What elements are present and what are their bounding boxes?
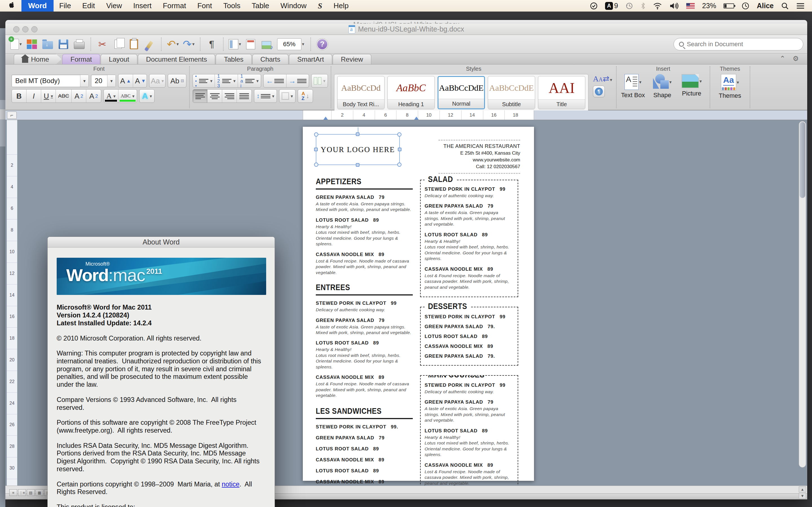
style-card-body-text[interactable]: AaBbCcDd Body Text Ri... [337, 76, 385, 109]
window-titlebar[interactable]: Menu-id9-USLegal-White-bg.docx [5, 24, 807, 35]
selection-handle[interactable] [397, 132, 402, 136]
superscript-button[interactable]: A2 [71, 90, 86, 103]
publishing-view-button[interactable]: ▤ [27, 489, 35, 496]
vertical-scrollbar-thumb[interactable] [800, 122, 805, 198]
notice-link[interactable]: notice [222, 481, 240, 488]
paste-button[interactable] [127, 37, 141, 51]
menu-help[interactable]: Help [328, 0, 354, 11]
vertical-scrollbar[interactable] [799, 121, 806, 467]
bulleted-list-button[interactable]: •••▾ [193, 74, 215, 87]
subscript-button[interactable]: A2 [86, 90, 101, 103]
layout-view-button[interactable]: ▾ [228, 37, 242, 51]
menu-font[interactable]: Font [192, 0, 218, 11]
tab-tables[interactable]: Tables [216, 54, 252, 64]
menu-view[interactable]: View [101, 0, 128, 11]
tasks-checkmark-icon[interactable] [590, 2, 598, 10]
underline-button[interactable]: U▾ [41, 90, 56, 103]
applescript-menu-icon[interactable]: S [312, 0, 328, 11]
borders-button[interactable]: ▾ [280, 90, 295, 103]
cut-button[interactable]: ✂ [96, 37, 109, 51]
tab-format[interactable]: Format [62, 54, 100, 64]
font-size-dropdown-icon[interactable]: ▾ [107, 75, 116, 87]
font-name-dropdown-icon[interactable]: ▾ [80, 75, 89, 87]
selection-handle[interactable] [356, 163, 359, 167]
insert-picture-button[interactable]: ▾ Picture [678, 74, 705, 97]
selection-handle[interactable] [314, 132, 318, 136]
selection-handle[interactable] [314, 148, 318, 151]
align-right-button[interactable] [222, 90, 237, 103]
tab-document-elements[interactable]: Document Elements [138, 54, 215, 64]
numbered-list-button[interactable]: 123▾ [215, 74, 238, 87]
line-spacing-button[interactable]: ↕▾ [254, 90, 276, 103]
bold-button[interactable]: B [12, 90, 27, 103]
highlight-color-button[interactable]: ABC▾ [118, 90, 137, 103]
menu-tools[interactable]: Tools [218, 0, 246, 11]
bluetooth-icon[interactable] [641, 2, 646, 10]
scroll-up-arrow[interactable]: ▲ [799, 487, 806, 492]
spotlight-search-icon[interactable] [781, 2, 789, 10]
tab-review[interactable]: Review [333, 54, 371, 64]
battery-icon[interactable] [723, 3, 734, 8]
document-elements-button[interactable] [244, 37, 257, 51]
media-browser-button[interactable] [260, 37, 273, 51]
undo-button[interactable]: ↶▾ [166, 37, 180, 51]
strikethrough-button[interactable]: ABC [56, 90, 71, 103]
print-button[interactable] [72, 37, 86, 51]
menu-format[interactable]: Format [157, 0, 192, 11]
print-layout-view-button[interactable]: ▦ [36, 489, 43, 496]
align-left-button[interactable] [193, 90, 207, 103]
insert-shape-button[interactable]: ▾ Shape [649, 74, 676, 99]
menu-insert[interactable]: Insert [128, 0, 157, 11]
text-effects-button[interactable]: A▾ [140, 90, 154, 103]
shrink-font-button[interactable]: A▼ [133, 74, 147, 87]
manage-styles-button[interactable]: AA⇄▾ [593, 74, 612, 83]
font-color-button[interactable]: A▾ [104, 90, 118, 103]
menu-file[interactable]: File [54, 0, 77, 11]
show-marks-button[interactable]: ¶ [205, 37, 218, 51]
menu-word[interactable]: Word [21, 0, 54, 11]
change-case-button[interactable]: Aa ▾ [149, 74, 165, 87]
copy-button[interactable] [111, 37, 125, 51]
selection-handle[interactable] [398, 148, 402, 151]
sort-button[interactable]: AZ↓ [298, 90, 313, 103]
horizontal-ruler[interactable]: ⌐ 24681012141618 [5, 110, 807, 120]
notification-center-icon[interactable] [796, 3, 805, 9]
time-machine-icon[interactable] [625, 2, 633, 10]
align-center-button[interactable] [207, 90, 222, 103]
app-badge[interactable]: A 9 [605, 2, 618, 10]
italic-button[interactable]: I [27, 90, 41, 103]
zoom-value[interactable]: 65% [277, 38, 301, 50]
selection-handle[interactable] [314, 163, 318, 167]
menu-table[interactable]: Table [246, 0, 275, 11]
selection-handle[interactable] [356, 132, 359, 136]
background-document-titlebar[interactable]: Menu-id9-USLegal-White-bg.docx [5, 20, 807, 24]
justify-button[interactable] [237, 90, 252, 103]
user-menu[interactable]: Alice [757, 2, 774, 10]
close-button[interactable] [13, 26, 19, 33]
style-card-heading-1[interactable]: AaBbC Heading 1 [388, 76, 435, 109]
input-language-flag-icon[interactable] [686, 3, 695, 9]
left-indent-marker[interactable] [323, 117, 328, 120]
tab-charts[interactable]: Charts [252, 54, 289, 64]
draft-view-button[interactable]: ≡ [9, 489, 17, 496]
font-size-combo[interactable]: 20 ▾ [91, 75, 116, 87]
ribbon-collapse-chevron[interactable]: ⌃ [779, 55, 785, 62]
tab-home[interactable]: Home [14, 54, 62, 64]
new-document-button[interactable]: ▾ [9, 37, 23, 51]
decrease-indent-button[interactable]: ← [264, 74, 286, 87]
themes-button[interactable]: Aa ▾ Themes [716, 74, 744, 100]
logo-text-box[interactable]: YOUR LOGO HERE [316, 134, 400, 165]
columns-button[interactable]: ▾ [312, 74, 327, 87]
scroll-down-arrow[interactable]: ▼ [799, 493, 806, 499]
multilevel-list-button[interactable]: 1ai▾ [238, 74, 261, 87]
menu-window[interactable]: Window [275, 0, 312, 11]
search-field[interactable] [673, 38, 803, 50]
format-painter-button[interactable] [143, 37, 156, 51]
search-input[interactable] [687, 41, 798, 48]
right-indent-marker[interactable] [414, 117, 419, 120]
save-button[interactable] [57, 37, 70, 51]
gallery-button[interactable] [25, 37, 39, 51]
minimize-button[interactable] [22, 26, 29, 33]
increase-indent-button[interactable]: → [287, 74, 309, 87]
help-button[interactable]: ? [315, 37, 329, 51]
